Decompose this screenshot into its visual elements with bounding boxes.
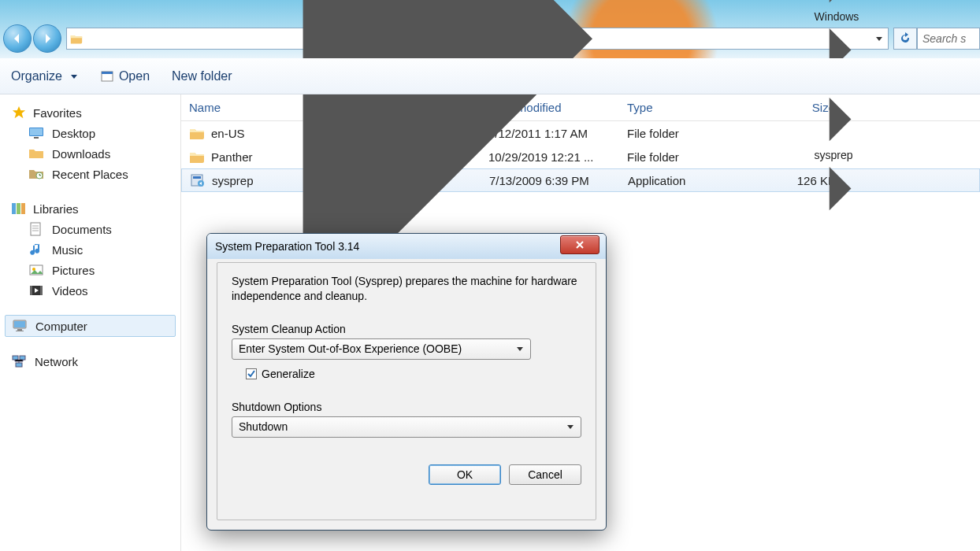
ok-button[interactable]: OK (429, 464, 501, 485)
folder-icon (70, 32, 83, 45)
search-input[interactable]: Search s (917, 28, 980, 50)
cancel-button[interactable]: Cancel (509, 464, 581, 485)
chevron-right-icon (813, 161, 867, 216)
refresh-icon (899, 32, 911, 45)
libraries-icon (11, 202, 27, 216)
dialog-body: System Preparation Tool (Sysprep) prepar… (217, 262, 596, 520)
chevron-right-icon (813, 92, 867, 146)
svg-rect-4 (34, 137, 39, 139)
checkbox-box (246, 368, 257, 379)
generalize-label: Generalize (262, 368, 315, 380)
address-history-drop[interactable] (874, 35, 885, 43)
pictures-icon (28, 263, 44, 277)
forward-button[interactable] (33, 24, 61, 53)
generalize-checkbox[interactable]: Generalize (246, 368, 581, 380)
organize-label: Organize (11, 69, 62, 83)
network-icon (11, 354, 27, 368)
cleanup-label: System Cleanup Action (232, 323, 581, 335)
computer-icon (12, 319, 28, 333)
new-folder-button[interactable]: New folder (172, 69, 232, 83)
cleanup-action-combo[interactable]: Enter System Out-of-Box Experience (OOBE… (232, 338, 531, 360)
explorer-toolbar: Organize Open New folder (0, 58, 980, 94)
chevron-down-icon (70, 72, 78, 80)
videos-icon (28, 283, 44, 298)
svg-rect-14 (40, 286, 43, 295)
cancel-label: Cancel (528, 468, 562, 481)
breadcrumb[interactable]: ComputerSystem (C:)WindowsSystem32syspre… (813, 0, 867, 219)
libraries-label: Libraries (33, 202, 79, 216)
dialog-description: System Preparation Tool (Sysprep) prepar… (232, 274, 581, 304)
svg-rect-6 (12, 203, 16, 214)
sidebar-item-label: Music (52, 243, 83, 257)
svg-rect-17 (17, 329, 22, 331)
close-button[interactable] (560, 235, 600, 254)
dialog-title: System Preparation Tool 3.14 (215, 240, 359, 253)
folder-icon (28, 146, 44, 161)
sidebar-item-label: Videos (52, 284, 88, 298)
breadcrumb-segment[interactable]: sysprep (813, 149, 867, 161)
shutdown-options-combo[interactable]: Shutdown (232, 416, 581, 438)
search-placeholder: Search s (922, 32, 966, 45)
svg-rect-13 (30, 286, 32, 295)
chevron-down-icon (516, 345, 524, 353)
back-button[interactable] (3, 24, 32, 53)
svg-rect-8 (21, 203, 25, 214)
svg-point-11 (32, 268, 35, 271)
chevron-down-icon (566, 423, 574, 431)
svg-rect-1 (102, 72, 113, 74)
refresh-button[interactable] (893, 28, 917, 50)
sidebar-item-label: Network (35, 355, 78, 368)
nav-row: ComputerSystem (C:)WindowsSystem32syspre… (0, 24, 980, 54)
check-icon (247, 369, 256, 379)
sysprep-dialog: System Preparation Tool 3.14 System Prep… (206, 233, 607, 531)
documents-icon (28, 222, 44, 236)
svg-rect-21 (16, 363, 22, 367)
open-button[interactable]: Open (100, 69, 150, 83)
organize-menu[interactable]: Organize (11, 69, 78, 83)
svg-rect-19 (13, 356, 18, 360)
shutdown-label: Shutdown Options (232, 401, 581, 413)
monitor-icon (28, 126, 44, 140)
cleanup-value: Enter System Out-of-Box Experience (OOBE… (239, 342, 462, 355)
new-folder-label: New folder (172, 69, 232, 83)
svg-rect-20 (20, 356, 25, 360)
sidebar-item-label: Computer (35, 320, 87, 333)
favorites-label: Favorites (33, 106, 82, 120)
svg-rect-16 (14, 321, 25, 327)
recent-icon (28, 167, 44, 181)
music-icon (28, 242, 44, 257)
svg-rect-3 (30, 128, 43, 135)
breadcrumb-segment[interactable]: Windows (813, 10, 867, 23)
chevron-right-icon (813, 0, 867, 8)
close-icon (574, 240, 585, 250)
ok-label: OK (457, 468, 473, 481)
shutdown-value: Shutdown (239, 420, 288, 433)
address-bar[interactable]: ComputerSystem (C:)WindowsSystem32syspre… (66, 28, 889, 50)
svg-rect-18 (16, 331, 24, 331)
open-icon (100, 69, 114, 83)
star-icon (11, 105, 27, 120)
svg-rect-9 (31, 223, 40, 235)
svg-rect-7 (17, 203, 20, 214)
dialog-titlebar[interactable]: System Preparation Tool 3.14 (207, 234, 606, 259)
open-label: Open (119, 69, 150, 83)
